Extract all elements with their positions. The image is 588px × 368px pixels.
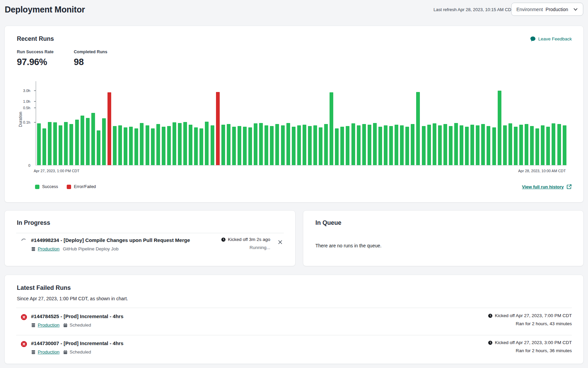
chart-bar-success[interactable] [156, 124, 160, 165]
chart-bar-success[interactable] [259, 123, 263, 165]
chart-bar-success[interactable] [275, 124, 279, 165]
chart-bar-success[interactable] [438, 125, 442, 165]
chart-bar-error[interactable] [107, 92, 111, 165]
chart-bar-success[interactable] [427, 125, 431, 165]
chart-bar-success[interactable] [162, 127, 165, 165]
chart-bar-success[interactable] [124, 127, 127, 165]
chart-bar-success[interactable] [221, 125, 225, 165]
chart-bar-success[interactable] [330, 92, 333, 165]
chart-bar-success[interactable] [405, 127, 409, 165]
chart-bar-success[interactable] [81, 116, 84, 165]
chart-bar-success[interactable] [199, 128, 203, 165]
chart-bar-success[interactable] [48, 122, 52, 165]
chart-bar-success[interactable] [37, 123, 41, 165]
chart-bar-success[interactable] [411, 124, 414, 165]
chart-bar-success[interactable] [118, 125, 122, 165]
legend-item-error-failed[interactable]: Error/Failed [67, 184, 96, 189]
chart-bar-success[interactable] [530, 126, 534, 165]
chart-bar-success[interactable] [357, 125, 361, 165]
chart-bar-success[interactable] [433, 123, 436, 165]
chart-bar-success[interactable] [129, 127, 133, 165]
chart-bar-success[interactable] [313, 125, 317, 165]
chart-bar-success[interactable] [362, 124, 366, 165]
chart-bar-success[interactable] [340, 127, 344, 165]
chart-bar-success[interactable] [546, 127, 550, 165]
cancel-run-button[interactable] [275, 237, 285, 247]
chart-bar-success[interactable] [514, 127, 518, 165]
chart-bar-success[interactable] [265, 125, 268, 165]
chart-bar-error[interactable] [216, 92, 220, 165]
environment-link[interactable]: Production [31, 323, 60, 328]
chart-bar-success[interactable] [238, 126, 241, 165]
chart-bar-success[interactable] [232, 127, 236, 165]
chart-bar-success[interactable] [86, 118, 90, 165]
legend-item-success[interactable]: Success [35, 184, 58, 189]
chart-bar-success[interactable] [205, 122, 209, 165]
chart-bar-success[interactable] [552, 123, 555, 165]
chart-bar-success[interactable] [146, 125, 149, 165]
chart-bar-success[interactable] [134, 128, 138, 165]
chart-bar-success[interactable] [416, 92, 420, 165]
chart-bar-success[interactable] [487, 126, 490, 165]
chart-bar-success[interactable] [535, 128, 539, 165]
chart-bar-success[interactable] [378, 127, 382, 165]
chart-bar-success[interactable] [102, 118, 106, 165]
chart-bar-success[interactable] [254, 123, 257, 165]
leave-feedback-link[interactable]: Leave Feedback [530, 36, 572, 42]
chart-bar-success[interactable] [308, 126, 312, 165]
chart-bar-success[interactable] [270, 126, 274, 165]
chart-bar-success[interactable] [563, 125, 566, 165]
chart-bar-success[interactable] [297, 125, 301, 165]
chart-bar-success[interactable] [508, 123, 512, 165]
chart-bar-success[interactable] [64, 122, 68, 165]
chart-bar-success[interactable] [373, 123, 377, 165]
chart-bar-success[interactable] [183, 122, 187, 165]
chart-bar-success[interactable] [178, 123, 182, 165]
chart-bar-success[interactable] [481, 124, 485, 165]
environment-link[interactable]: Production [31, 246, 60, 251]
chart-bar-success[interactable] [42, 128, 46, 165]
chart-bar-success[interactable] [53, 122, 57, 165]
chart-bar-success[interactable] [292, 127, 296, 165]
chart-bar-success[interactable] [167, 126, 171, 165]
chart-bar-success[interactable] [460, 125, 463, 165]
chart-bar-success[interactable] [503, 125, 507, 165]
chart-bar-success[interactable] [470, 125, 474, 165]
chart-bar-success[interactable] [335, 128, 339, 165]
chart-bar-success[interactable] [319, 127, 322, 165]
chart-bar-success[interactable] [384, 125, 388, 165]
chart-bar-success[interactable] [173, 122, 176, 165]
chart-bar-success[interactable] [443, 124, 447, 165]
chart-bar-success[interactable] [541, 125, 545, 165]
chart-bar-success[interactable] [286, 123, 290, 165]
chart-bar-success[interactable] [368, 125, 371, 165]
chart-bar-success[interactable] [454, 123, 458, 165]
chart-bar-success[interactable] [346, 126, 349, 165]
view-full-run-history-link[interactable]: View full run history [522, 184, 572, 189]
chart-bar-success[interactable] [97, 130, 100, 165]
chart-bar-success[interactable] [395, 125, 398, 165]
chart-bar-success[interactable] [492, 127, 496, 165]
environment-select[interactable]: Environment Production [511, 3, 583, 16]
chart-bar-success[interactable] [75, 120, 79, 165]
chart-bar-success[interactable] [211, 125, 214, 165]
chart-bar-success[interactable] [422, 126, 426, 165]
chart-bar-success[interactable] [69, 124, 73, 165]
chart-bar-success[interactable] [59, 125, 62, 165]
chart-bar-success[interactable] [476, 125, 479, 165]
chart-bar-success[interactable] [189, 125, 192, 165]
chart-bar-success[interactable] [400, 125, 404, 165]
chart-bar-success[interactable] [449, 126, 453, 165]
chart-bar-success[interactable] [248, 127, 252, 165]
chart-bar-success[interactable] [113, 126, 117, 165]
chart-bar-success[interactable] [227, 124, 230, 165]
chart-bar-success[interactable] [324, 124, 328, 165]
environment-link[interactable]: Production [31, 349, 60, 355]
chart-bar-success[interactable] [303, 125, 306, 165]
chart-bar-success[interactable] [281, 125, 285, 165]
chart-bar-success[interactable] [525, 124, 528, 165]
chart-bar-success[interactable] [389, 126, 393, 165]
chart-bar-success[interactable] [91, 113, 95, 165]
chart-bar-success[interactable] [194, 127, 198, 165]
chart-bar-success[interactable] [465, 127, 469, 165]
